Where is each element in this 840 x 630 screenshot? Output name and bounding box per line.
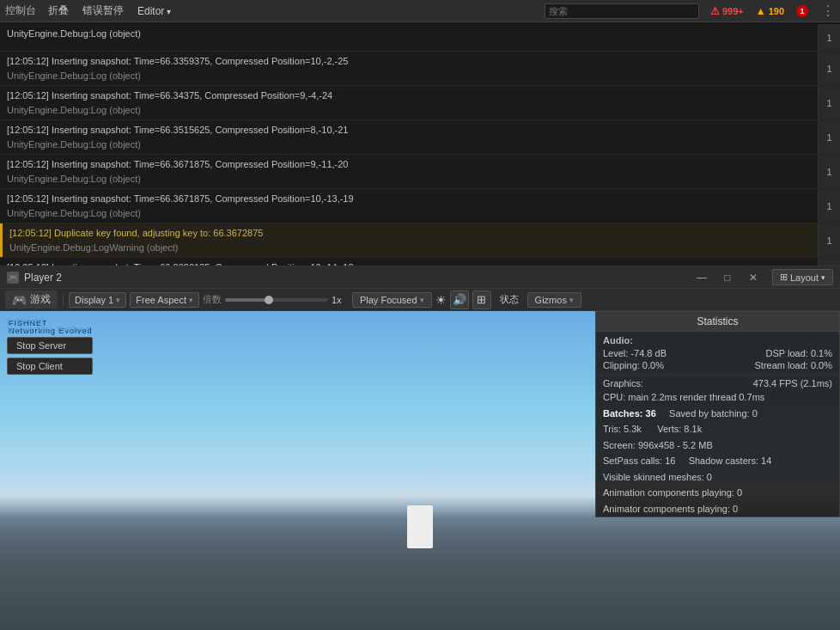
more-options-icon[interactable]: ⋮ [821,3,835,19]
console-logs[interactable]: UnityEngine.Debug:Log (object) 1 [12:05:… [0,22,840,266]
log-count: 1 [818,155,840,188]
log-content: [12:05:12] Duplicate key found, adjustin… [3,223,818,257]
player-window: 🎮 Player 2 — □ ✕ ⊞ Layout ▾ 🎮 游戏 Display… [0,266,840,630]
audio-clipping-row: Clipping: 0.0% Stream load: 0.0% [596,359,839,371]
log-entry[interactable]: UnityEngine.Debug:Log (object) 1 [0,24,840,52]
stop-client-button[interactable]: Stop Client [7,358,93,375]
log-content: UnityEngine.Debug:Log (object) [0,24,818,51]
console-badges: ⚠ 999+ ▲ 190 1 [706,4,813,18]
log-entry[interactable]: [12:05:12] Inserting snapshot: Time=66.3… [0,52,840,86]
log-count: 1 [818,24,840,51]
animation-playing-line: Animation components playing: 0 [596,485,839,501]
player-window-controls: — □ ✕ [690,268,765,287]
log-count: 1 [818,223,840,257]
log-count: 1 [818,258,840,266]
console-panel: 控制台 折叠 错误暂停 Editor ⚠ 999+ ▲ 190 1 ⋮ [0,0,840,266]
audio-level-row: Level: -74.8 dB DSP load: 0.1% [596,347,839,359]
maximize-button[interactable]: □ [715,268,740,287]
tris-verts-line: Tris: 5.3k Verts: 8.1k [596,421,839,437]
search-input[interactable] [545,3,699,19]
verts-label: Verts: 8.1k [657,424,702,434]
console-menu: 折叠 错误暂停 Editor [43,2,176,20]
log-content: [12:05:12] Inserting snapshot: Time=66.3… [0,120,818,154]
log-content: [12:05:12] Inserting snapshot: Time=66.3… [0,258,818,266]
log-count: 1 [818,86,840,119]
editor-menu-item[interactable]: Editor [132,3,176,19]
setpass-label: SetPass calls: 16 [603,456,675,466]
close-button[interactable]: ✕ [741,268,765,287]
stats-divider [596,374,839,375]
separator [63,293,64,307]
game-tab-icon: 🎮 [12,293,27,307]
log-entry[interactable]: [12:05:12] Inserting snapshot: Time=66.3… [0,120,840,155]
speed-slider-thumb[interactable] [265,296,273,304]
gizmos-button[interactable]: Gizmos [527,292,581,308]
batches-line: Batches: 36 Saved by batching: 0 [596,406,839,422]
cpu-info-line: CPU: main 2.2ms render thread 0.7ms [596,389,839,406]
log-entry[interactable]: [12:05:12] Inserting snapshot: Time=66.3… [0,189,840,223]
aspect-dropdown[interactable]: Free Aspect [130,292,199,308]
speed-section: 倍数 1x [203,293,349,306]
log-entry[interactable]: [12:05:12] Inserting snapshot: Time=66.3… [0,155,840,189]
graphics-row: Graphics: 473.4 FPS (2.1ms) [596,377,839,389]
speed-slider[interactable] [225,298,328,302]
stop-server-button[interactable]: Stop Server [7,337,93,354]
audio-clipping-label: Clipping: 0.0% [603,360,715,370]
info-badge[interactable]: 1 [792,4,813,18]
player-icon: 🎮 [7,272,19,284]
log-entry[interactable]: [12:05:12] Inserting snapshot: Time=66.3… [0,86,840,120]
status-label: 状态 [495,291,524,308]
pause-on-error-menu-item[interactable]: 错误暂停 [77,2,129,20]
fishnet-overlay: FISHNET Networking Evolved Stop Server S… [7,318,93,375]
log-entry-warning[interactable]: [12:05:12] Duplicate key found, adjustin… [0,223,840,258]
audio-dsp-label: DSP load: 0.1% [721,348,833,358]
fps-label: 473.4 FPS (2.1ms) [721,378,833,388]
player-title: Player 2 [24,272,62,284]
game-tab[interactable]: 🎮 游戏 [5,291,58,309]
player-character [407,505,433,548]
grid-icon: ⊞ [477,293,486,306]
layout-icon: ⊞ [780,272,788,283]
game-viewport: FISHNET Networking Evolved Stop Server S… [0,311,840,630]
stats-grid-button[interactable]: ⊞ [472,291,491,309]
log-content: [12:05:12] Inserting snapshot: Time=66.3… [0,189,818,223]
display-dropdown[interactable]: Display 1 [69,292,126,308]
console-title: 控制台 [5,3,36,18]
chevron-down-icon: ▾ [821,273,825,282]
log-entry[interactable]: [12:05:12] Inserting snapshot: Time=66.3… [0,258,840,266]
log-count: 1 [818,52,840,85]
log-content: [12:05:12] Inserting snapshot: Time=66.3… [0,155,818,188]
speed-value: 1x [332,295,349,305]
player-titlebar: 🎮 Player 2 — □ ✕ ⊞ Layout ▾ [0,266,840,289]
log-content: [12:05:12] Inserting snapshot: Time=66.3… [0,86,818,119]
batches-label: Batches: 36 [603,408,656,419]
game-toolbar: 🎮 游戏 Display 1 Free Aspect 倍数 1x Play Fo… [0,289,840,311]
statistics-panel: Statistics Audio: Level: -74.8 dB DSP lo… [595,311,840,517]
log-count: 1 [818,120,840,154]
speed-label: 倍数 [203,293,222,306]
screen-line: Screen: 996x458 - 5.2 MB [596,437,839,454]
audio-stream-label: Stream load: 0.0% [721,360,833,370]
audio-level-label: Level: -74.8 dB [603,348,715,358]
error-badge[interactable]: ⚠ 999+ [706,4,748,18]
saved-batching-label: Saved by batching: 0 [669,408,758,419]
mute-button[interactable]: 🔊 [450,291,469,309]
console-toolbar: 控制台 折叠 错误暂停 Editor ⚠ 999+ ▲ 190 1 ⋮ [0,0,840,22]
fold-menu-item[interactable]: 折叠 [43,2,74,20]
log-content: [12:05:12] Inserting snapshot: Time=66.3… [0,52,818,85]
layout-button[interactable]: ⊞ Layout ▾ [772,269,833,285]
console-search [545,3,699,19]
red-dot-icon: 1 [796,5,808,17]
warning-badge[interactable]: ▲ 190 [752,4,788,18]
sun-icon[interactable]: ☀ [435,293,447,307]
animator-playing-line: Animator components playing: 0 [596,501,839,517]
shadow-casters-label: Shadow casters: 14 [689,456,772,466]
play-focused-button[interactable]: Play Focused [352,292,432,308]
minimize-button[interactable]: — [690,268,714,287]
setpass-line: SetPass calls: 16 Shadow casters: 14 [596,453,839,469]
speaker-icon: 🔊 [453,293,466,306]
log-count: 1 [818,189,840,223]
speed-slider-fill [225,298,266,302]
tris-label: Tris: 5.3k [603,424,642,434]
fishnet-logo: FISHNET Networking Evolved [7,318,93,333]
